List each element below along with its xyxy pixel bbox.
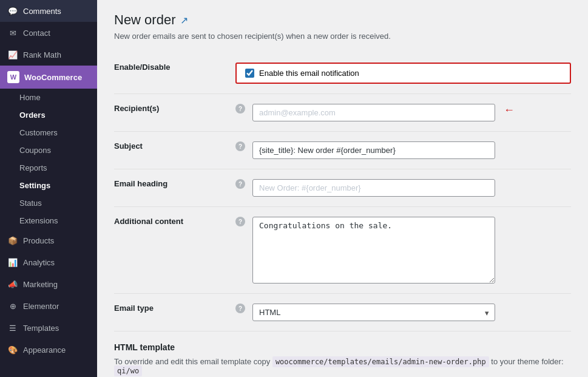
subject-help-icon[interactable]: ? (235, 141, 245, 151)
subject-field-row: ? (235, 141, 571, 159)
template-note-suffix: to your theme folder: (491, 357, 563, 366)
recipients-input[interactable] (252, 104, 495, 121)
additional-content-textarea[interactable] (252, 217, 495, 284)
templates-icon: ☰ (7, 322, 18, 333)
woocommerce-icon: W (7, 71, 19, 83)
sidebar-sub-orders[interactable]: Orders (0, 106, 97, 124)
contact-icon: ✉ (7, 27, 18, 38)
enable-disable-label: Enable/Disable (114, 53, 235, 94)
email-heading-field-row: ? (235, 179, 571, 197)
page-subtitle: New order emails are sent to chosen reci… (114, 32, 571, 41)
html-template-heading: HTML template (114, 342, 571, 352)
email-type-row: Email type ? HTML Plain text Multipart ▾ (114, 294, 571, 331)
sidebar-item-templates[interactable]: ☰ Templates (0, 317, 97, 339)
recipients-label: Recipient(s) (114, 94, 235, 132)
email-heading-row: Email heading ? (114, 169, 571, 207)
template-theme-folder: qi/wo (114, 365, 142, 376)
sidebar-sub-extensions[interactable]: Extensions (0, 212, 97, 229)
email-type-field-row: ? HTML Plain text Multipart ▾ (235, 304, 571, 321)
products-icon: 📦 (7, 235, 18, 246)
woocommerce-header[interactable]: W WooCommerce (0, 66, 97, 89)
subject-row: Subject ? (114, 132, 571, 169)
email-type-select-wrapper: HTML Plain text Multipart ▾ (252, 304, 495, 321)
template-note-prefix: To override and edit this email template… (114, 357, 270, 366)
subject-input[interactable] (252, 141, 495, 159)
enable-checkbox[interactable] (245, 69, 254, 78)
rankmath-icon: 📈 (7, 49, 18, 60)
template-file-path: woocommerce/templates/emails/admin-new-o… (272, 356, 489, 367)
enable-disable-row: Enable/Disable Enable this email notific… (114, 53, 571, 94)
page-title-row: New order ↗ (114, 12, 571, 28)
elementor-icon: ⊕ (7, 301, 18, 311)
additional-content-label: Additional content (114, 207, 235, 294)
sidebar-item-contact[interactable]: ✉ Contact (0, 22, 97, 44)
sidebar-sub-status[interactable]: Status (0, 194, 97, 212)
sidebar-sub-reports[interactable]: Reports (0, 159, 97, 177)
email-type-label: Email type (114, 294, 235, 331)
marketing-icon: 📣 (7, 279, 18, 290)
sidebar-sub-settings[interactable]: Settings (0, 177, 97, 194)
sidebar-item-appearance[interactable]: 🎨 Appearance (0, 339, 97, 361)
email-heading-help-icon[interactable]: ? (235, 179, 245, 189)
external-link-icon[interactable]: ↗ (180, 15, 188, 26)
additional-content-row: Additional content ? (114, 207, 571, 294)
email-type-select[interactable]: HTML Plain text Multipart (252, 304, 495, 321)
appearance-icon: 🎨 (7, 344, 18, 355)
sidebar-sub-home[interactable]: Home (0, 89, 97, 106)
html-template-section: HTML template To override and edit this … (114, 342, 571, 375)
recipients-row: Recipient(s) ? ← (114, 94, 571, 132)
additional-content-help-icon[interactable]: ? (235, 217, 245, 226)
sidebar-item-analytics[interactable]: 📊 Analytics (0, 251, 97, 273)
enable-checkbox-wrapper[interactable]: Enable this email notification (235, 63, 571, 84)
email-heading-label: Email heading (114, 169, 235, 207)
recipients-field-row: ? ← (235, 104, 571, 121)
template-note: To override and edit this email template… (114, 357, 571, 375)
page-title: New order (114, 12, 175, 28)
sidebar-item-elementor[interactable]: ⊕ Elementor (0, 295, 97, 317)
email-heading-input[interactable] (252, 179, 495, 197)
sidebar-sub-customers[interactable]: Customers (0, 124, 97, 141)
sidebar-item-products[interactable]: 📦 Products (0, 229, 97, 251)
sidebar-item-rankmath[interactable]: 📈 Rank Math (0, 44, 97, 66)
email-type-help-icon[interactable]: ? (235, 304, 245, 313)
form-table: Enable/Disable Enable this email notific… (114, 53, 571, 331)
sidebar: 💬 Comments ✉ Contact 📈 Rank Math W WooCo… (0, 0, 97, 377)
recipients-arrow: ← (504, 104, 515, 117)
sidebar-item-comments[interactable]: 💬 Comments (0, 0, 97, 22)
subject-label: Subject (114, 132, 235, 169)
sidebar-item-marketing[interactable]: 📣 Marketing (0, 273, 97, 295)
sidebar-sub-coupons[interactable]: Coupons (0, 141, 97, 159)
enable-checkbox-label: Enable this email notification (259, 69, 359, 78)
recipients-help-icon[interactable]: ? (235, 104, 245, 114)
analytics-icon: 📊 (7, 257, 18, 268)
comments-icon: 💬 (7, 5, 18, 16)
main-content: New order ↗ New order emails are sent to… (97, 0, 588, 377)
additional-content-field-row: ? (235, 217, 571, 284)
